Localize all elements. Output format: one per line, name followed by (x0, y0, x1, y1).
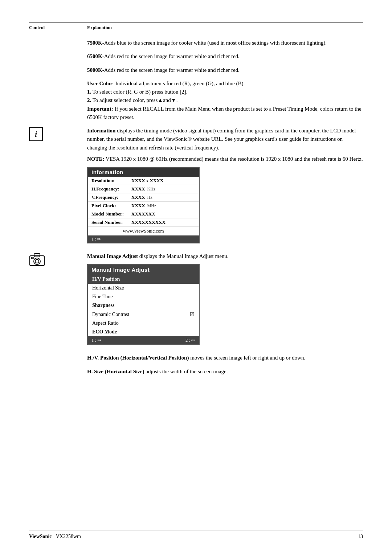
footer-page: 13 (358, 534, 363, 539)
hvposition-desc-text: H./V. Position (Horizontal/Vertical Posi… (87, 354, 363, 362)
hfreq-label: H.Frequency: (91, 186, 131, 192)
info-box-title: Information (88, 168, 199, 177)
mia-nav-left: 1 : ⇒ (91, 337, 101, 343)
mia-item-ecomode: ECO Mode (88, 328, 199, 336)
explanation-6500k: 6500K-Adds red to the screen image for w… (87, 52, 363, 61)
info-nav-text: 1 : ⇒ (91, 236, 101, 242)
text-usercolor: User Color Individual adjustments for re… (87, 79, 363, 122)
control-hvposition-desc (29, 354, 87, 354)
explanation-usercolor: User Color Individual adjustments for re… (87, 79, 363, 122)
info-row-vfreq: V.Frequency: XXXX Hz (88, 193, 199, 202)
hfreq-value: XXXX (131, 186, 145, 192)
svg-point-3 (35, 259, 39, 263)
explanation-mia: Manual Image Adjust displays the Manual … (87, 252, 363, 349)
page-footer: ViewSonic VX2258wm 13 (29, 530, 363, 539)
bold-5000k: 5000K (87, 67, 102, 73)
row-information: i Information displays the timing mode (… (29, 127, 363, 247)
row-5000k: 5000K-Adds red to the screen image for w… (29, 66, 363, 74)
camera-svg (29, 253, 45, 267)
information-bold: Information (87, 128, 115, 134)
info-row-hfreq: H.Frequency: XXXX KHz (88, 185, 199, 193)
vfreq-label: V.Frequency: (91, 194, 131, 200)
important-label: Important: (87, 106, 113, 112)
mia-bold: Manual Image Adjust (87, 253, 138, 259)
text-7500k: 7500K-Adds blue to the screen image for … (87, 39, 363, 47)
mia-item-hvposition: H/V Position (88, 275, 199, 284)
explanation-5000k: 5000K-Adds red to the screen image for w… (87, 66, 363, 74)
col-control: Control (29, 25, 87, 30)
info-box-website: www.ViewSonic.com (88, 227, 199, 235)
control-6500k (29, 52, 87, 53)
row-mia: Manual Image Adjust displays the Manual … (29, 252, 363, 349)
serial-label: Serial Number: (91, 219, 131, 225)
info-box-nav: 1 : ⇒ (88, 235, 199, 243)
mia-item-dynamiccontrast: Dynamic Contrast ☑ (88, 310, 199, 319)
pixelclock-label: Pixel Clock: (91, 203, 131, 209)
dynamic-contrast-checkbox: ☑ (190, 311, 195, 317)
mia-nav-right: 2 : ⇨ (185, 337, 195, 343)
info-i-symbol: i (35, 130, 37, 139)
mia-box: Manual Image Adjust H/V Position Horizon… (87, 264, 200, 345)
hsize-desc-text: H. Size (Horizontal Size) adjusts the wi… (87, 368, 363, 376)
mia-item-hsize: Horizontal Size (88, 284, 199, 292)
model-label: Model Number: (91, 211, 131, 217)
model-value: XXXXXXX (131, 211, 155, 217)
svg-rect-4 (31, 257, 33, 259)
hvposition-bold: H./V. Position (Horizontal/Vertical Posi… (87, 355, 189, 361)
explanation-hsize-desc: H. Size (Horizontal Size) adjusts the wi… (87, 368, 363, 376)
row-7500k: 7500K-Adds blue to the screen image for … (29, 39, 363, 47)
info-row-resolution: Resolution: XXXX x XXXX (88, 177, 199, 185)
information-intro: Information displays the timing mode (vi… (87, 127, 363, 152)
footer-brand-model: ViewSonic VX2258wm (29, 533, 81, 539)
bold-6500k: 6500K (87, 53, 102, 59)
mia-hvposition-label: H/V Position (92, 276, 120, 282)
mia-ecomode-label: ECO Mode (92, 329, 117, 335)
mia-item-sharpness: Sharpness (88, 301, 199, 310)
mia-finetune-label: Fine Tune (92, 294, 113, 300)
resolution-value: XXXX x XXXX (131, 178, 163, 184)
control-7500k (29, 39, 87, 40)
step2-label: 2. (87, 97, 91, 103)
text-5000k: 5000K-Adds red to the screen image for w… (87, 66, 363, 74)
mia-dynamiccontrast-label: Dynamic Contrast (92, 312, 129, 317)
mia-item-aspectratio: Aspect Ratio (88, 319, 199, 328)
control-usercolor (29, 79, 87, 80)
note-bold: NOTE: (87, 156, 105, 162)
mia-hsize-label: Horizontal Size (92, 285, 124, 291)
vfreq-value: XXXX (131, 194, 145, 200)
website-text: www.ViewSonic.com (123, 228, 164, 234)
information-box: Information Resolution: XXXX x XXXX H.Fr… (87, 167, 200, 243)
row-hsize-desc: H. Size (Horizontal Size) adjusts the wi… (29, 368, 363, 376)
mia-sharpness-label: Sharpness (92, 303, 114, 308)
explanation-hvposition-desc: H./V. Position (Horizontal/Vertical Posi… (87, 354, 363, 362)
svg-rect-1 (34, 254, 40, 257)
bold-usercolor: User Color (87, 81, 113, 86)
control-hsize-desc (29, 368, 87, 368)
info-row-model: Model Number: XXXXXXX (88, 210, 199, 218)
mia-icon (29, 253, 45, 267)
hsize-bold: H. Size (Horizontal Size) (87, 369, 144, 374)
pixelclock-value: XXXX (131, 203, 145, 209)
mia-aspectratio-label: Aspect Ratio (92, 320, 119, 326)
col-explanation: Explanation (87, 25, 112, 30)
explanation-7500k: 7500K-Adds blue to the screen image for … (87, 39, 363, 47)
control-5000k (29, 66, 87, 67)
info-row-pixelclock: Pixel Clock: XXXX MHz (88, 202, 199, 210)
bold-7500k: 7500K (87, 40, 102, 46)
table-header: Control Explanation (29, 22, 363, 32)
step1-label: 1. (87, 89, 91, 95)
control-information: i (29, 127, 87, 141)
row-hvposition-desc: H./V. Position (Horizontal/Vertical Posi… (29, 354, 363, 362)
information-note: NOTE: VESA 1920 x 1080 @ 60Hz (recommend… (87, 155, 363, 163)
row-6500k: 6500K-Adds red to the screen image for w… (29, 52, 363, 61)
hfreq-unit: KHz (147, 186, 156, 192)
information-icon: i (29, 127, 43, 141)
text-6500k: 6500K-Adds red to the screen image for w… (87, 52, 363, 61)
pixelclock-unit: MHz (147, 203, 156, 209)
explanation-information: Information displays the timing mode (vi… (87, 127, 363, 247)
footer-brand: ViewSonic (29, 534, 52, 539)
mia-item-finetune: Fine Tune (88, 292, 199, 301)
svg-point-2 (34, 258, 40, 264)
mia-box-title: Manual Image Adjust (88, 265, 199, 275)
footer-model: VX2258wm (56, 534, 81, 539)
